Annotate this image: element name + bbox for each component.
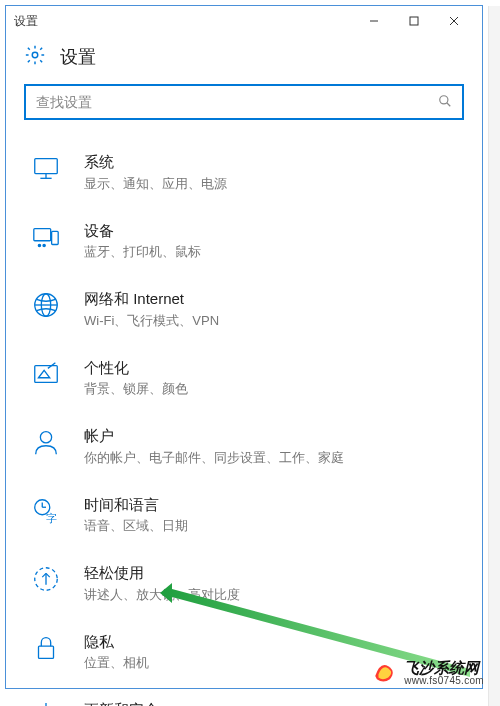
globe-icon	[28, 287, 64, 323]
category-text: 隐私位置、相机	[84, 630, 149, 673]
devices-icon	[28, 219, 64, 255]
update-icon	[28, 698, 64, 706]
gear-icon	[24, 44, 46, 70]
watermark-url: www.fs0745.com	[404, 676, 484, 687]
svg-rect-28	[39, 646, 54, 658]
category-text: 帐户你的帐户、电子邮件、同步设置、工作、家庭	[84, 424, 344, 467]
category-text: 网络和 InternetWi-Fi、飞行模式、VPN	[84, 287, 219, 330]
titlebar: 设置	[6, 6, 482, 36]
category-title: 系统	[84, 152, 227, 172]
category-item[interactable]: 轻松使用讲述人、放大镜、高对比度	[24, 549, 464, 618]
app-header: 设置	[6, 36, 482, 84]
search-icon	[438, 94, 452, 111]
personalize-icon	[28, 356, 64, 392]
close-button[interactable]	[434, 7, 474, 35]
svg-rect-10	[34, 228, 51, 240]
category-item[interactable]: 网络和 InternetWi-Fi、飞行模式、VPN	[24, 275, 464, 344]
svg-point-12	[38, 244, 40, 246]
category-item[interactable]: 系统显示、通知、应用、电源	[24, 138, 464, 207]
lock-icon	[28, 630, 64, 666]
category-title: 更新和安全	[84, 700, 244, 706]
category-item[interactable]: 帐户你的帐户、电子邮件、同步设置、工作、家庭	[24, 412, 464, 481]
category-title: 隐私	[84, 632, 149, 652]
category-text: 更新和安全Windows 更新、恢复、备份	[84, 698, 244, 706]
app-title: 设置	[60, 45, 96, 69]
person-icon	[28, 424, 64, 460]
category-text: 时间和语言语音、区域、日期	[84, 493, 188, 536]
time-lang-icon: 字	[28, 493, 64, 529]
svg-rect-17	[35, 365, 58, 382]
category-title: 设备	[84, 221, 201, 241]
window-controls	[354, 7, 474, 35]
minimize-button[interactable]	[354, 7, 394, 35]
category-title: 轻松使用	[84, 563, 240, 583]
category-item[interactable]: 字时间和语言语音、区域、日期	[24, 481, 464, 550]
svg-line-6	[447, 102, 451, 106]
category-text: 系统显示、通知、应用、电源	[84, 150, 227, 193]
category-text: 设备蓝牙、打印机、鼠标	[84, 219, 201, 262]
right-scroll-strip	[488, 6, 500, 706]
category-title: 帐户	[84, 426, 344, 446]
category-subtitle: 蓝牙、打印机、鼠标	[84, 243, 201, 261]
svg-point-19	[40, 432, 51, 443]
category-title: 个性化	[84, 358, 188, 378]
category-text: 轻松使用讲述人、放大镜、高对比度	[84, 561, 240, 604]
category-subtitle: Wi-Fi、飞行模式、VPN	[84, 312, 219, 330]
svg-rect-7	[35, 159, 58, 174]
watermark-logo-icon	[372, 658, 398, 688]
settings-window: 设置 设置 系统显示、通知、应用、电源设备蓝牙、打印机、鼠标网络和 Intern…	[5, 5, 483, 689]
watermark: 飞沙系统网 www.fs0745.com	[366, 654, 490, 692]
category-item[interactable]: 设备蓝牙、打印机、鼠标	[24, 207, 464, 276]
category-subtitle: 讲述人、放大镜、高对比度	[84, 586, 240, 604]
category-subtitle: 你的帐户、电子邮件、同步设置、工作、家庭	[84, 449, 344, 467]
search-input[interactable]	[36, 94, 438, 110]
svg-text:字: 字	[46, 512, 57, 524]
maximize-button[interactable]	[394, 7, 434, 35]
category-text: 个性化背景、锁屏、颜色	[84, 356, 188, 399]
svg-rect-11	[52, 231, 59, 244]
monitor-icon	[28, 150, 64, 186]
svg-point-4	[32, 52, 38, 58]
svg-rect-1	[410, 17, 418, 25]
watermark-name: 飞沙系统网	[404, 660, 484, 676]
category-subtitle: 显示、通知、应用、电源	[84, 175, 227, 193]
svg-point-13	[43, 244, 45, 246]
search-box[interactable]	[24, 84, 464, 120]
category-subtitle: 背景、锁屏、颜色	[84, 380, 188, 398]
category-title: 网络和 Internet	[84, 289, 219, 309]
category-title: 时间和语言	[84, 495, 188, 515]
category-subtitle: 语音、区域、日期	[84, 517, 188, 535]
category-item[interactable]: 个性化背景、锁屏、颜色	[24, 344, 464, 413]
category-subtitle: 位置、相机	[84, 654, 149, 672]
svg-point-5	[440, 95, 448, 103]
ease-icon	[28, 561, 64, 597]
categories-list: 系统显示、通知、应用、电源设备蓝牙、打印机、鼠标网络和 InternetWi-F…	[6, 138, 482, 706]
window-title: 设置	[14, 13, 354, 30]
